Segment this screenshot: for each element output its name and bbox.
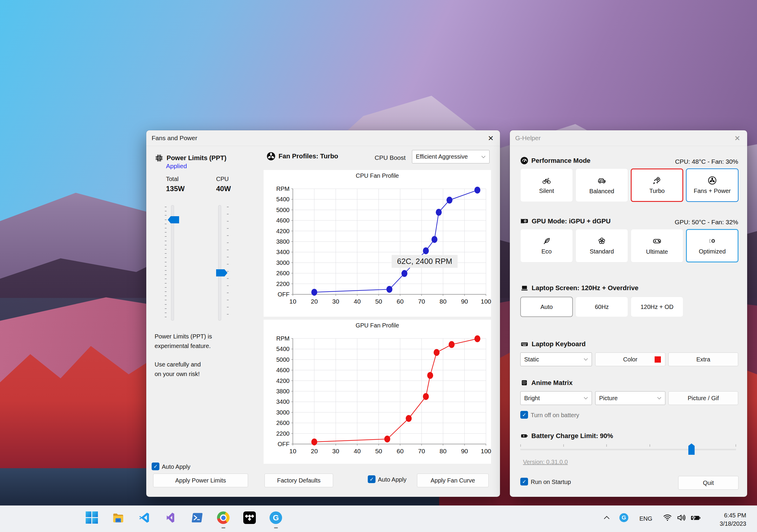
cpu-slider-track[interactable] [218, 205, 221, 321]
version-link[interactable]: Version: 0.31.0.0 [523, 459, 568, 465]
matrix-mode-dropdown[interactable]: Picture [595, 391, 665, 405]
cpu-slider-thumb[interactable] [216, 269, 227, 276]
power-auto-apply-checkbox[interactable]: ✓ [152, 462, 159, 470]
chrome-icon [217, 512, 229, 524]
wifi-icon [663, 513, 672, 522]
car-icon [597, 176, 607, 185]
g-helper-tray-button[interactable]: G [617, 511, 631, 525]
power-limits-warning-1: Power Limits (PPT) is experimental featu… [155, 332, 212, 351]
chevron-down-icon [584, 357, 588, 360]
fan-curve-point[interactable] [436, 209, 442, 216]
keyboard-color-button[interactable]: Color [595, 352, 665, 366]
g-helper-window: G-Helper ✕ Performance Mode CPU: 48°C - … [510, 130, 747, 497]
apply-power-limits-button[interactable]: Apply Power Limits [153, 474, 248, 487]
tidal-icon [243, 512, 256, 524]
apply-fan-curve-button[interactable]: Apply Fan Curve [417, 474, 489, 487]
screen-60hz-button[interactable]: 60Hz [576, 297, 628, 317]
svg-text:3800: 3800 [276, 238, 290, 245]
chrome-button[interactable] [216, 511, 230, 525]
perf-mode-fans-power-button[interactable]: Fans + Power [686, 168, 739, 202]
svg-text:100: 100 [481, 298, 491, 305]
clock[interactable]: 6:45 PM 3/18/2023 [720, 511, 746, 528]
gpu-mode-ultimate-button[interactable]: Ultimate [631, 229, 683, 263]
fan-curve-point[interactable] [434, 349, 440, 356]
fan-curve-point[interactable] [384, 436, 390, 442]
svg-text:4600: 4600 [276, 217, 290, 224]
fan-curve-point[interactable] [402, 270, 408, 277]
close-icon[interactable]: ✕ [732, 133, 742, 143]
fan-auto-apply-checkbox[interactable]: ✓ [368, 475, 376, 483]
powershell-button[interactable] [190, 511, 204, 525]
fan-curve-point[interactable] [406, 415, 411, 422]
fan-profiles-header: Fan Profiles: Turbo [266, 152, 338, 161]
turn-off-on-battery-checkbox[interactable]: ✓ [520, 411, 528, 419]
fan-curve-point[interactable] [423, 393, 429, 400]
svg-text:80: 80 [440, 448, 446, 455]
fan-curve-point[interactable] [311, 289, 317, 295]
laptop-screen-header: Laptop Screen: 120Hz + Overdrive [520, 284, 639, 292]
gpu-mode-standard-button[interactable]: Standard [576, 229, 628, 263]
fan-curve-point[interactable] [474, 187, 480, 194]
cpu-boost-dropdown[interactable]: Efficient Aggressive [412, 150, 490, 163]
flower-icon [597, 237, 606, 245]
fan-curve-point[interactable] [446, 197, 453, 204]
svg-text:2200: 2200 [276, 281, 290, 287]
factory-defaults-button[interactable]: Factory Defaults [264, 474, 333, 487]
volume-tray-button[interactable] [675, 511, 687, 525]
battery-slider-track[interactable] [520, 449, 736, 450]
ghelper-titlebar[interactable]: G-Helper ✕ [510, 130, 747, 146]
keyboard-mode-dropdown[interactable]: Static [520, 352, 592, 366]
gpu-mode-eco-button[interactable]: Eco [520, 229, 573, 263]
run-on-startup-label: Run on Startup [531, 479, 571, 486]
cpu-temp-fan-status: CPU: 48°C - Fan: 30% [675, 158, 738, 165]
gpu-fan-curve-chart[interactable]: 102030405060708090100OFF2200260030003400… [263, 330, 491, 466]
quit-button[interactable]: Quit [678, 476, 739, 490]
perf-mode-silent-button[interactable]: Silent [520, 168, 573, 202]
perf-mode-turbo-button[interactable]: Turbo [631, 168, 683, 202]
perf-mode-balanced-button[interactable]: Balanced [576, 168, 628, 202]
cpu-chart-title: CPU Fan Profile [263, 172, 491, 179]
file-explorer-button[interactable] [111, 511, 125, 525]
start-button[interactable] [85, 511, 99, 525]
svg-text:20: 20 [311, 448, 318, 455]
tray-expand-button[interactable] [599, 511, 614, 525]
g-helper-taskbar-button[interactable]: G [269, 511, 283, 525]
fan-profiles-title: Fan Profiles: Turbo [279, 153, 338, 160]
battery-tray-button[interactable] [689, 511, 702, 525]
vscode-button[interactable] [137, 511, 152, 525]
fan-curve-point[interactable] [431, 236, 437, 243]
picture-gif-button[interactable]: Picture / Gif [668, 391, 738, 405]
tidal-button[interactable] [242, 511, 257, 525]
close-icon[interactable]: ✕ [486, 133, 496, 143]
folder-icon [112, 511, 125, 524]
leaf-icon [542, 237, 551, 245]
fan-curve-point[interactable] [386, 286, 393, 293]
svg-text:30: 30 [332, 448, 339, 455]
fan-curve-point[interactable] [423, 247, 429, 254]
screen-120hz-od-button[interactable]: 120Hz + OD [631, 297, 683, 317]
fan-curve-point[interactable] [474, 335, 480, 342]
run-on-startup-checkbox[interactable]: ✓ [520, 478, 528, 486]
matrix-brightness-dropdown[interactable]: Bright [520, 391, 592, 405]
fan-curve-point[interactable] [311, 438, 317, 445]
fans-window-titlebar[interactable]: Fans and Power ✕ [146, 130, 500, 146]
power-limits-header: Power Limits (PPT) [155, 154, 226, 162]
screen-60hz-label: 60Hz [595, 304, 609, 310]
keyboard-extra-button[interactable]: Extra [668, 352, 738, 366]
bicycle-icon [542, 176, 551, 185]
language-indicator[interactable]: ENG [639, 515, 652, 522]
power-limits-applied-link[interactable]: Applied [166, 162, 187, 170]
battery-charging-icon [690, 512, 701, 523]
cpu-fan-curve-chart[interactable]: 102030405060708090100OFF2200260030003400… [263, 181, 491, 317]
gpu-mode-optimized-button[interactable]: Optimized [686, 229, 739, 263]
svg-text:3400: 3400 [276, 398, 290, 405]
fan-curve-point[interactable] [427, 372, 433, 379]
visual-studio-button[interactable] [164, 511, 178, 525]
svg-text:5000: 5000 [276, 207, 290, 213]
total-slider-thumb[interactable] [168, 216, 179, 223]
svg-text:20: 20 [311, 298, 318, 305]
screen-auto-button[interactable]: Auto [520, 297, 573, 317]
gpu-mode-standard-label: Standard [590, 248, 614, 255]
wifi-tray-button[interactable] [661, 511, 673, 525]
fan-curve-point[interactable] [449, 341, 455, 348]
